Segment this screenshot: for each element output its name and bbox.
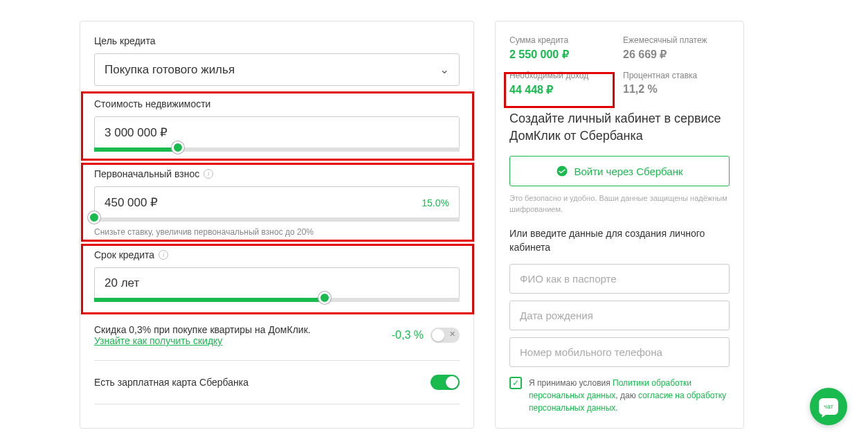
or-enter-text: Или введите данные для создания личного … — [509, 227, 730, 254]
consent-text: Я принимаю условия Политики обработки пе… — [529, 377, 730, 414]
discount-link[interactable]: Узнайте как получить скидку — [94, 335, 222, 346]
fio-input[interactable] — [509, 264, 730, 294]
term-slider[interactable] — [94, 298, 460, 302]
downpayment-input[interactable]: 450 000 ₽ 15.0% — [94, 186, 460, 219]
info-icon[interactable]: i — [204, 169, 213, 179]
purpose-value: Покупка готового жилья — [105, 63, 235, 77]
sberbank-logo-icon — [556, 165, 568, 177]
slider-thumb-icon[interactable] — [318, 292, 331, 304]
salary-card-toggle[interactable] — [431, 375, 460, 390]
discount-text: Скидка 0,3% при покупке квартиры на ДомК… — [94, 324, 311, 346]
discount-pct: -0,3 % — [392, 329, 424, 341]
term-label: Срок кредита i — [94, 249, 460, 260]
calculator-panel: Цель кредита Покупка готового жилья ⌄ Ст… — [80, 21, 474, 429]
chat-icon: чат — [819, 398, 838, 415]
discount-toggle[interactable]: ✕ — [431, 328, 460, 343]
summary-loan-amount: Сумма кредита 2 550 000 ₽ — [509, 35, 616, 61]
property-value: 3 000 000 ₽ — [105, 125, 168, 140]
summary-income: Необходимый доход 44 448 ₽ — [509, 71, 616, 96]
downpayment-value: 450 000 ₽ — [105, 195, 158, 210]
downpayment-hint: Снизьте ставку, увеличив первоначальный … — [94, 227, 460, 237]
term-input[interactable]: 20 лет — [94, 267, 460, 299]
safety-note: Это безопасно и удобно. Ваши данные защи… — [509, 193, 730, 215]
downpayment-slider[interactable] — [94, 217, 460, 222]
summary-rate: Процентная ставка 11,2 % — [623, 71, 730, 96]
salary-card-label: Есть зарплатная карта Сбербанка — [94, 377, 248, 388]
purpose-label: Цель кредита — [94, 35, 460, 46]
chat-button[interactable]: чат — [810, 388, 847, 425]
slider-thumb-icon[interactable] — [172, 141, 184, 154]
dob-input[interactable] — [509, 301, 730, 330]
create-account-heading: Создайте личный кабинет в сервисе ДомКли… — [509, 110, 730, 145]
property-input[interactable]: 3 000 000 ₽ — [94, 116, 460, 149]
slider-thumb-icon[interactable] — [88, 211, 100, 224]
login-sberbank-button[interactable]: Войти через Сбербанк — [509, 156, 730, 186]
term-value: 20 лет — [105, 276, 139, 290]
property-label: Стоимость недвижимости — [94, 98, 460, 109]
downpayment-label: Первоначальный взнос i — [94, 168, 460, 179]
summary-panel: Сумма кредита 2 550 000 ₽ Ежемесячный пл… — [495, 21, 744, 429]
close-icon: ✕ — [449, 330, 455, 339]
phone-input[interactable] — [509, 337, 730, 367]
svg-point-0 — [557, 166, 568, 177]
property-slider[interactable] — [94, 148, 460, 152]
chevron-down-icon: ⌄ — [440, 62, 449, 77]
purpose-select[interactable]: Покупка готового жилья ⌄ — [94, 53, 460, 86]
consent-checkbox[interactable]: ✓ — [509, 377, 522, 389]
info-icon[interactable]: i — [159, 250, 168, 260]
downpayment-pct: 15.0% — [422, 197, 449, 208]
summary-monthly: Ежемесячный платеж 26 669 ₽ — [623, 35, 730, 61]
